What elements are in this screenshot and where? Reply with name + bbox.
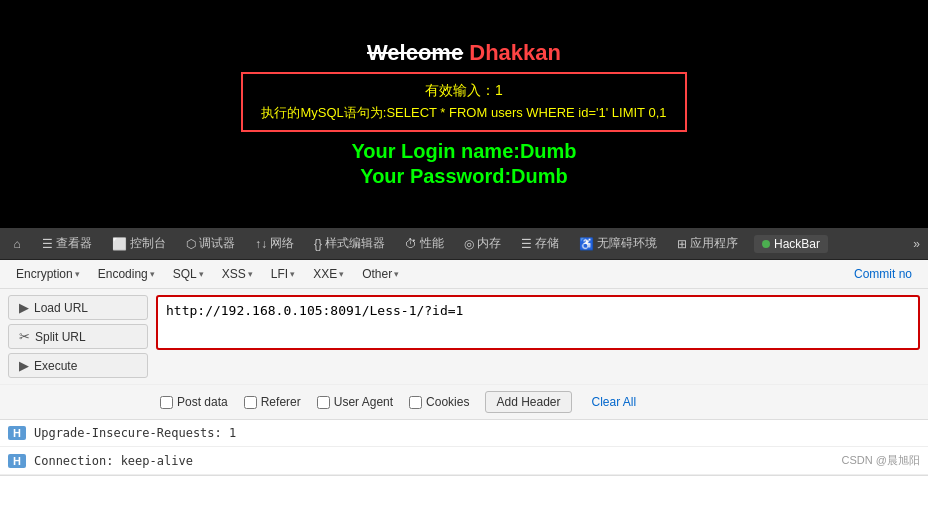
storage-icon: ☰ bbox=[521, 237, 532, 251]
home-icon[interactable]: ⌂ bbox=[8, 235, 26, 253]
post-data-label: Post data bbox=[177, 395, 228, 409]
console-label: 控制台 bbox=[130, 235, 166, 252]
load-url-button[interactable]: ▶ Load URL bbox=[8, 295, 148, 320]
debugger-icon: ⬡ bbox=[186, 237, 196, 251]
split-icon: ✂ bbox=[19, 329, 30, 344]
toolbar-viewer[interactable]: ☰ 查看器 bbox=[38, 233, 96, 254]
encryption-label: Encryption bbox=[16, 267, 73, 281]
toolbar-performance[interactable]: ⏱ 性能 bbox=[401, 233, 448, 254]
cookies-checkbox[interactable]: Cookies bbox=[409, 395, 469, 409]
toolbar-debugger[interactable]: ⬡ 调试器 bbox=[182, 233, 239, 254]
toolbar-storage[interactable]: ☰ 存储 bbox=[517, 233, 563, 254]
memory-icon: ◎ bbox=[464, 237, 474, 251]
toolbar-more-button[interactable]: » bbox=[913, 237, 920, 251]
referer-checkbox[interactable]: Referer bbox=[244, 395, 301, 409]
encoding-label: Encoding bbox=[98, 267, 148, 281]
menu-sql[interactable]: SQL ▾ bbox=[165, 264, 212, 284]
accessibility-label: 无障碍环境 bbox=[597, 235, 657, 252]
menu-encoding[interactable]: Encoding ▾ bbox=[90, 264, 163, 284]
other-label: Other bbox=[362, 267, 392, 281]
referer-label: Referer bbox=[261, 395, 301, 409]
toolbar-memory[interactable]: ◎ 内存 bbox=[460, 233, 505, 254]
split-url-label: Split URL bbox=[35, 330, 86, 344]
toolbar-style-editor[interactable]: {} 样式编辑器 bbox=[310, 233, 389, 254]
info-box: 有效输入：1 执行的MySQL语句为:SELECT * FROM users W… bbox=[241, 72, 686, 132]
url-area bbox=[156, 295, 920, 353]
hackbar-options: Post data Referer User Agent Cookies Add… bbox=[0, 384, 928, 419]
style-label: 样式编辑器 bbox=[325, 235, 385, 252]
toolbar-accessibility[interactable]: ♿ 无障碍环境 bbox=[575, 233, 661, 254]
memory-label: 内存 bbox=[477, 235, 501, 252]
csdn-watermark: CSDN @晨旭阳 bbox=[842, 453, 920, 468]
browser-toolbar: ⌂ ☰ 查看器 ⬜ 控制台 ⬡ 调试器 ↑↓ 网络 {} 样式编辑器 ⏱ 性能 … bbox=[0, 228, 928, 260]
encryption-arrow: ▾ bbox=[75, 269, 80, 279]
welcome-text: Welcome bbox=[367, 40, 463, 65]
execute-button[interactable]: ▶ Execute bbox=[8, 353, 148, 378]
hackbar-label: HackBar bbox=[774, 237, 820, 251]
sql-query-line: 执行的MySQL语句为:SELECT * FROM users WHERE id… bbox=[261, 104, 666, 122]
menu-lfi[interactable]: LFI ▾ bbox=[263, 264, 303, 284]
apps-label: 应用程序 bbox=[690, 235, 738, 252]
user-agent-checkbox[interactable]: User Agent bbox=[317, 395, 393, 409]
hackbar-panel: Encryption ▾ Encoding ▾ SQL ▾ XSS ▾ LFI … bbox=[0, 260, 928, 476]
perf-icon: ⏱ bbox=[405, 237, 417, 251]
toolbar-console[interactable]: ⬜ 控制台 bbox=[108, 233, 170, 254]
xxe-label: XXE bbox=[313, 267, 337, 281]
post-data-input[interactable] bbox=[160, 396, 173, 409]
hackbar-tab[interactable]: HackBar bbox=[754, 235, 828, 253]
post-data-checkbox[interactable]: Post data bbox=[160, 395, 228, 409]
browser-content: Welcome Dhakkan 有效输入：1 执行的MySQL语句为:SELEC… bbox=[0, 0, 928, 228]
lfi-label: LFI bbox=[271, 267, 288, 281]
table-row: H Upgrade-Insecure-Requests: 1 bbox=[0, 420, 928, 447]
hackbar-menu: Encryption ▾ Encoding ▾ SQL ▾ XSS ▾ LFI … bbox=[0, 260, 928, 289]
sql-label: SQL bbox=[173, 267, 197, 281]
apps-icon: ⊞ bbox=[677, 237, 687, 251]
execute-label: Execute bbox=[34, 359, 77, 373]
header-rows: H Upgrade-Insecure-Requests: 1 H Connect… bbox=[0, 419, 928, 475]
perf-label: 性能 bbox=[420, 235, 444, 252]
viewer-icon: ☰ bbox=[42, 237, 53, 251]
menu-xss[interactable]: XSS ▾ bbox=[214, 264, 261, 284]
console-icon: ⬜ bbox=[112, 237, 127, 251]
header-value-1: Upgrade-Insecure-Requests: 1 bbox=[34, 426, 920, 440]
network-icon: ↑↓ bbox=[255, 237, 267, 251]
hackbar-actions: ▶ Load URL ✂ Split URL ▶ Execute bbox=[8, 295, 148, 378]
header-badge-2: H bbox=[8, 454, 26, 468]
menu-encryption[interactable]: Encryption ▾ bbox=[8, 264, 88, 284]
xss-label: XSS bbox=[222, 267, 246, 281]
referer-input[interactable] bbox=[244, 396, 257, 409]
hackbar-body: ▶ Load URL ✂ Split URL ▶ Execute bbox=[0, 289, 928, 384]
toolbar-network[interactable]: ↑↓ 网络 bbox=[251, 233, 298, 254]
style-icon: {} bbox=[314, 237, 322, 251]
more-icon: » bbox=[913, 237, 920, 251]
dhakkan-text: Dhakkan bbox=[469, 40, 561, 65]
add-header-button[interactable]: Add Header bbox=[485, 391, 571, 413]
user-agent-input[interactable] bbox=[317, 396, 330, 409]
toolbar-applications[interactable]: ⊞ 应用程序 bbox=[673, 233, 742, 254]
viewer-label: 查看器 bbox=[56, 235, 92, 252]
header-badge-1: H bbox=[8, 426, 26, 440]
welcome-line: Welcome Dhakkan bbox=[367, 40, 561, 66]
clear-all-button[interactable]: Clear All bbox=[588, 392, 641, 412]
load-icon: ▶ bbox=[19, 300, 29, 315]
encoding-arrow: ▾ bbox=[150, 269, 155, 279]
other-arrow: ▾ bbox=[394, 269, 399, 279]
network-label: 网络 bbox=[270, 235, 294, 252]
split-url-button[interactable]: ✂ Split URL bbox=[8, 324, 148, 349]
commit-button[interactable]: Commit no bbox=[846, 264, 920, 284]
valid-input-line: 有效输入：1 bbox=[261, 82, 666, 100]
login-pass: Your Password:Dumb bbox=[360, 165, 567, 188]
xss-arrow: ▾ bbox=[248, 269, 253, 279]
lfi-arrow: ▾ bbox=[290, 269, 295, 279]
menu-other[interactable]: Other ▾ bbox=[354, 264, 407, 284]
table-row: H Connection: keep-alive CSDN @晨旭阳 bbox=[0, 447, 928, 475]
url-input[interactable] bbox=[156, 295, 920, 350]
cookies-label: Cookies bbox=[426, 395, 469, 409]
user-agent-label: User Agent bbox=[334, 395, 393, 409]
debugger-label: 调试器 bbox=[199, 235, 235, 252]
menu-xxe[interactable]: XXE ▾ bbox=[305, 264, 352, 284]
header-value-2: Connection: keep-alive bbox=[34, 454, 842, 468]
hackbar-status-dot bbox=[762, 240, 770, 248]
cookies-input[interactable] bbox=[409, 396, 422, 409]
login-name: Your Login name:Dumb bbox=[351, 140, 576, 163]
